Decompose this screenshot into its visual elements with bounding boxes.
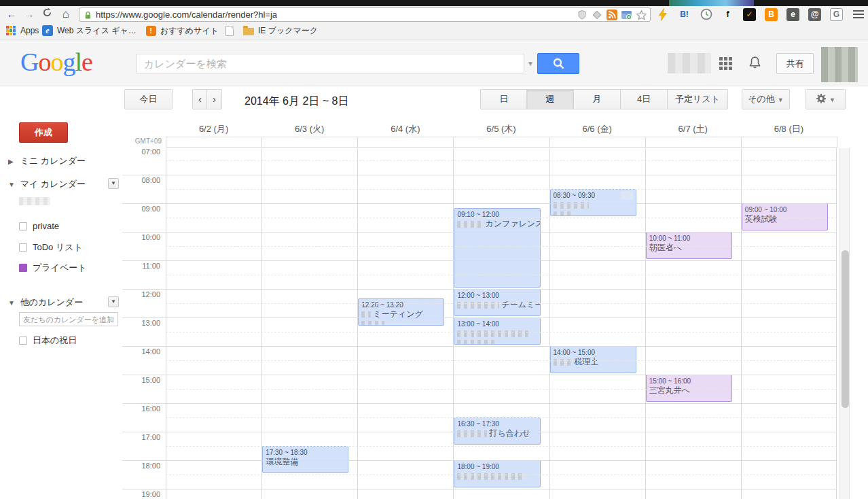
allday-cell[interactable] xyxy=(453,137,549,148)
calendar-event[interactable]: 12:20 ~ 13:20ミーティング xyxy=(358,298,444,326)
half-hour-line xyxy=(166,303,837,304)
next-week-button[interactable]: › xyxy=(206,89,222,109)
notifications-bell-icon[interactable] xyxy=(748,56,762,73)
today-button[interactable]: 今日 xyxy=(124,89,173,109)
calendar-list-item[interactable]: private xyxy=(19,221,59,231)
logo-letter: G xyxy=(20,48,38,76)
view-button-5[interactable]: 予定リスト xyxy=(667,89,728,109)
clock-extension-icon[interactable] xyxy=(700,8,712,21)
calendar-label: プライベート xyxy=(33,262,87,274)
allday-cell[interactable] xyxy=(166,137,262,148)
bookmark-item[interactable]: eWeb スライス ギャ… xyxy=(42,24,137,37)
prev-week-button[interactable]: ‹ xyxy=(192,89,208,109)
calendar-event[interactable]: 10:00 ~ 11:00朝医者へ xyxy=(646,232,732,259)
calendar-label: 日本の祝日 xyxy=(33,334,77,347)
address-book-extension-icon[interactable]: @ xyxy=(808,8,821,21)
chrome-menu-icon[interactable] xyxy=(852,8,865,21)
hour-label: 10:00 xyxy=(122,233,160,241)
vertical-scrollbar[interactable] xyxy=(839,148,850,499)
search-input[interactable] xyxy=(136,54,524,73)
bookmark-item[interactable]: !おすすめサイト xyxy=(145,24,219,37)
day-header-6/8 (日)[interactable]: 6/8 (日) xyxy=(741,123,837,135)
event-time-text: 08:30 ~ 09:30 xyxy=(554,192,595,199)
hour-label: 19:00 xyxy=(122,490,160,498)
back-icon[interactable]: ← xyxy=(4,6,19,22)
calendar-event[interactable]: 14:00 ~ 15:00税理士 xyxy=(550,346,636,373)
share-button[interactable]: 共有 xyxy=(776,53,814,74)
calendar-event[interactable]: 13:00 ~ 14:00 xyxy=(454,317,540,345)
reload-icon[interactable] xyxy=(39,6,54,22)
more-menu-button[interactable]: その他▼ xyxy=(742,89,790,109)
rss-icon[interactable] xyxy=(606,10,617,21)
sidebar-item-my-calendars[interactable]: ▼ マイ カレンダー xyxy=(8,178,86,190)
calendar-list-item[interactable]: ToDo リスト xyxy=(19,241,83,254)
sidebar-item-other-calendars[interactable]: ▼ 他のカレンダー xyxy=(8,296,83,309)
create-event-button[interactable]: 作成 xyxy=(19,122,68,143)
calendar-event[interactable]: 09:00 ~ 10:00英検試験 xyxy=(742,203,828,230)
day-header-6/7 (土)[interactable]: 6/7 (土) xyxy=(645,123,741,135)
calendar-checkbox[interactable] xyxy=(19,222,27,230)
scrollbar-thumb[interactable] xyxy=(842,250,849,408)
calendar-color-swatch[interactable] xyxy=(19,264,27,272)
allday-cell[interactable] xyxy=(261,137,358,148)
bookmark-item[interactable]: Apps xyxy=(5,24,39,37)
url-bar[interactable]: https://www.google.com/calendar/render?h… xyxy=(79,7,651,22)
hatena-bookmark-extension-icon[interactable]: B! xyxy=(678,8,691,21)
day-header-6/6 (金)[interactable]: 6/6 (金) xyxy=(549,123,645,135)
shield-icon[interactable] xyxy=(576,10,587,21)
url-text[interactable]: https://www.google.com/calendar/render?h… xyxy=(96,8,277,21)
event-time-text: 17:30 ~ 18:30 xyxy=(266,449,307,456)
event-title-text: 朝医者へ xyxy=(649,243,682,252)
other-calendars-dropdown[interactable]: ▼ xyxy=(108,296,119,307)
view-button-3[interactable]: 月 xyxy=(573,89,621,109)
calendar-event[interactable]: 16:30 ~ 17:30打ち合わせ xyxy=(454,417,540,445)
bookmark-item[interactable]: IE ブックマーク xyxy=(243,24,318,37)
calendar-list-item[interactable]: 日本の祝日 xyxy=(19,334,77,347)
bookmark-star-icon[interactable] xyxy=(636,10,647,21)
allday-cell[interactable] xyxy=(549,137,646,148)
calendar-list-item[interactable]: プライベート xyxy=(19,262,87,274)
allday-cell[interactable] xyxy=(645,137,742,148)
view-button-2[interactable]: 週 xyxy=(526,89,574,109)
hour-line xyxy=(122,260,837,261)
calendar-checkbox[interactable] xyxy=(19,243,27,252)
bookmark-item[interactable] xyxy=(224,24,235,37)
event-time: 16:30 ~ 17:30 xyxy=(457,419,537,428)
calendar-event[interactable]: 08:30 ~ 09:30 xyxy=(550,189,636,216)
view-button-4[interactable]: 4日 xyxy=(620,89,668,109)
search-dropdown-caret[interactable]: ▼ xyxy=(527,60,534,67)
calendar-event[interactable]: 09:10 ~ 12:00カンファレンス xyxy=(454,208,540,288)
https-lock-icon[interactable] xyxy=(84,10,92,23)
blogger-extension-icon[interactable]: B xyxy=(765,8,778,21)
view-button-1[interactable]: 日 xyxy=(480,89,528,109)
allday-cell[interactable] xyxy=(741,137,837,148)
settings-gear-button[interactable]: ▼ xyxy=(806,89,846,109)
calendar-event[interactable]: 15:00 ~ 16:00三宮丸井へ xyxy=(646,375,732,402)
hour-line xyxy=(122,432,837,432)
day-header-6/4 (水)[interactable]: 6/4 (水) xyxy=(357,123,453,135)
facebook-extension-icon[interactable]: f xyxy=(721,8,734,21)
google-apps-grid-icon[interactable] xyxy=(719,57,732,70)
calendar-event[interactable]: 12:00 ~ 13:00チームミーティング xyxy=(454,289,540,316)
expanded-arrow-icon: ▼ xyxy=(8,181,18,188)
sidebar-item-mini-calendar[interactable]: ▶ ミニ カレンダー xyxy=(8,155,86,167)
page-action-icon[interactable] xyxy=(621,10,632,21)
day-header-6/2 (月)[interactable]: 6/2 (月) xyxy=(166,123,261,135)
calendar-checkbox[interactable] xyxy=(19,337,27,345)
flash-block-icon[interactable] xyxy=(591,10,602,21)
add-friend-calendar-input[interactable] xyxy=(19,312,118,326)
my-calendars-dropdown[interactable]: ▼ xyxy=(108,178,119,189)
day-header-6/3 (火)[interactable]: 6/3 (火) xyxy=(261,123,357,135)
home-icon[interactable]: ⌂ xyxy=(58,6,73,22)
day-header-6/5 (木)[interactable]: 6/5 (木) xyxy=(453,123,549,135)
checkmark-extension-icon[interactable]: ✓ xyxy=(743,8,756,21)
allday-cell[interactable] xyxy=(357,137,454,148)
search-button[interactable] xyxy=(537,53,579,74)
forward-icon[interactable]: → xyxy=(22,6,37,22)
g-badge-extension-icon[interactable]: G xyxy=(830,8,843,21)
calendar-event[interactable]: 18:00 ~ 19:00 xyxy=(454,460,540,487)
avatar[interactable] xyxy=(821,47,858,82)
calendar-event[interactable]: 17:30 ~ 18:30環境整備 xyxy=(262,446,348,473)
evernote-extension-icon[interactable]: e xyxy=(786,8,799,21)
lightning-extension-icon[interactable] xyxy=(656,8,669,21)
